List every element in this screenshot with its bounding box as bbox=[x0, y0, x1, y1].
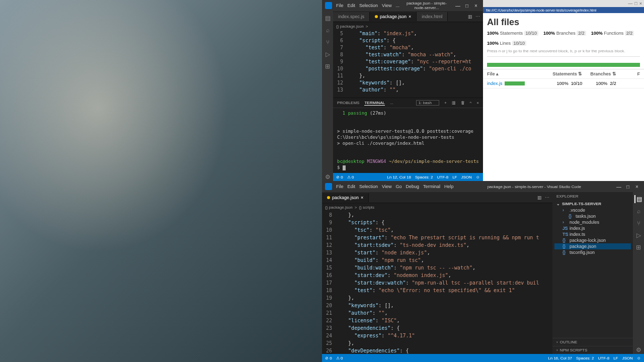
search-icon[interactable]: ⌕ bbox=[634, 207, 642, 215]
extensions-icon[interactable]: ⊞ bbox=[324, 62, 332, 70]
menu-view[interactable]: View bbox=[382, 3, 391, 8]
activity-bar: ▤ ⌕ ⑂ ▷ ⊞ ⚙ bbox=[633, 192, 644, 354]
files-icon[interactable]: ▤ bbox=[324, 14, 332, 22]
terminal[interactable]: 1 passing (27ms) > simple-node-server-te… bbox=[333, 108, 483, 173]
breadcrumb[interactable]: {} package.json>{} scripts bbox=[322, 203, 552, 211]
col-branches[interactable]: Branches ⇅ bbox=[582, 71, 616, 76]
source-control-icon[interactable]: ⑂ bbox=[324, 38, 332, 46]
split-editor-icon[interactable]: ▥ bbox=[537, 195, 542, 200]
coverage-table: File ▴ Statements ⇅ Branches ⇅ F index.j… bbox=[483, 69, 644, 88]
status-feedback-icon[interactable]: ☺ bbox=[637, 356, 641, 360]
close-panel-icon[interactable]: × bbox=[476, 101, 479, 105]
menu-more[interactable]: ... bbox=[395, 3, 399, 8]
status-language[interactable]: JSON bbox=[461, 175, 471, 179]
titlebar[interactable]: File Edit Selection View ... package.jso… bbox=[322, 0, 483, 11]
code-editor[interactable]: 891011121314151617181920212223242526 }, … bbox=[322, 211, 552, 354]
status-warnings[interactable]: ⚠ 0 bbox=[336, 356, 343, 360]
tree-item[interactable]: {}package.json bbox=[554, 243, 631, 249]
breadcrumb[interactable]: {} package.json> bbox=[333, 22, 483, 30]
col-functions[interactable]: F bbox=[616, 71, 640, 76]
status-feedback-icon[interactable]: ☺ bbox=[476, 175, 480, 179]
minimize-icon[interactable]: — bbox=[628, 1, 632, 6]
maximize-button[interactable]: □ bbox=[624, 184, 632, 190]
address-bar[interactable]: file:///C:/Users/bc/dev/ps/simple-node-s… bbox=[483, 7, 644, 13]
status-eol[interactable]: LF bbox=[613, 356, 618, 360]
menu-item[interactable]: Debug bbox=[406, 184, 419, 189]
close-icon[interactable]: × bbox=[639, 1, 642, 6]
titlebar[interactable]: FileEditSelectionViewGoDebugTerminalHelp… bbox=[322, 181, 644, 192]
status-encoding[interactable]: UTF-8 bbox=[598, 356, 609, 360]
maximize-icon[interactable]: □ bbox=[634, 1, 637, 6]
panel-tab-problems[interactable]: PROBLEMS bbox=[337, 101, 359, 105]
tree-item[interactable]: TSindex.ts bbox=[554, 231, 631, 237]
npm-scripts-section[interactable]: ›NPM SCRIPTS bbox=[552, 346, 633, 354]
minimize-button[interactable]: — bbox=[615, 184, 623, 190]
menu-item[interactable]: Edit bbox=[348, 184, 356, 189]
files-icon[interactable]: ▤ bbox=[634, 195, 642, 203]
extensions-icon[interactable]: ⊞ bbox=[634, 243, 642, 251]
tab-index-spec[interactable]: index.spec.js bbox=[333, 12, 370, 21]
coverage-row[interactable]: index.js 100% 10/10 100% 2/2 bbox=[483, 79, 644, 88]
status-eol[interactable]: LF bbox=[452, 175, 457, 179]
maximize-panel-icon[interactable]: ^ bbox=[470, 101, 472, 105]
project-name[interactable]: ⌄SIMPLE-TS-SERVER bbox=[552, 201, 633, 207]
status-spaces[interactable]: Spaces: 2 bbox=[415, 175, 433, 179]
close-button[interactable]: × bbox=[633, 184, 641, 190]
menu-item[interactable]: View bbox=[382, 184, 391, 189]
status-spaces[interactable]: Spaces: 2 bbox=[576, 356, 594, 360]
col-statements[interactable]: Statements ⇅ bbox=[548, 71, 583, 76]
coverage-stat: 100% Lines 10/10 bbox=[487, 41, 526, 46]
status-bar: ⊘ 0 ⚠ 0 Ln 12, Col 18 Spaces: 2 UTF-8 LF… bbox=[333, 173, 483, 181]
menu-item[interactable]: File bbox=[336, 184, 344, 189]
tab-package-json[interactable]: package.json× bbox=[370, 12, 417, 21]
status-cursor[interactable]: Ln 12, Col 18 bbox=[387, 175, 411, 179]
maximize-button[interactable]: □ bbox=[463, 3, 471, 9]
tree-item[interactable]: {}package-lock.json bbox=[554, 237, 631, 243]
close-tab-icon[interactable]: × bbox=[409, 14, 411, 19]
gear-icon[interactable]: ⚙ bbox=[324, 173, 332, 181]
tree-item[interactable]: JSindex.js bbox=[554, 225, 631, 231]
status-errors[interactable]: ⊘ 0 bbox=[336, 175, 343, 179]
col-file[interactable]: File ▴ bbox=[487, 71, 548, 76]
tree-item[interactable]: ›.vscode bbox=[554, 207, 631, 213]
browser-titlebar[interactable]: — □ × bbox=[483, 0, 644, 7]
vscode-window-top: File Edit Selection View ... package.jso… bbox=[322, 0, 483, 181]
menu-file[interactable]: File bbox=[336, 3, 344, 8]
status-encoding[interactable]: UTF-8 bbox=[437, 175, 448, 179]
menu-item[interactable]: Terminal bbox=[423, 184, 440, 189]
close-tab-icon[interactable]: × bbox=[361, 195, 363, 200]
gear-icon[interactable]: ⚙ bbox=[634, 346, 642, 354]
outline-section[interactable]: ›OUTLINE bbox=[552, 338, 633, 346]
status-errors[interactable]: ⊘ 0 bbox=[325, 356, 332, 360]
tab-package-json[interactable]: package.json× bbox=[322, 193, 369, 202]
split-editor-icon[interactable]: ▥ bbox=[468, 14, 472, 19]
menu-item[interactable]: Go bbox=[395, 184, 401, 189]
code-editor[interactable]: 5678910111213 "main": "index.js", "scrip… bbox=[333, 30, 483, 98]
debug-icon[interactable]: ▷ bbox=[324, 50, 332, 58]
split-terminal-icon[interactable]: ▥ bbox=[452, 101, 456, 105]
menu-item[interactable]: Help bbox=[444, 184, 454, 189]
tree-item[interactable]: {}tsconfig.json bbox=[554, 249, 631, 255]
menu-item[interactable]: Selection bbox=[359, 184, 378, 189]
new-terminal-icon[interactable]: + bbox=[444, 101, 447, 105]
panel-tab-more[interactable]: ... bbox=[390, 101, 393, 105]
panel-tab-terminal[interactable]: TERMINAL bbox=[364, 101, 384, 106]
more-icon[interactable]: ⋯ bbox=[545, 195, 549, 200]
shell-selector[interactable]: 1: bash bbox=[416, 100, 439, 106]
source-control-icon[interactable]: ⑂ bbox=[634, 219, 642, 227]
search-icon[interactable]: ⌕ bbox=[324, 26, 332, 34]
menu-edit[interactable]: Edit bbox=[348, 3, 356, 8]
trash-icon[interactable]: 🗑 bbox=[461, 101, 465, 105]
debug-icon[interactable]: ▷ bbox=[634, 231, 642, 239]
menu-selection[interactable]: Selection bbox=[359, 3, 378, 8]
status-language[interactable]: JSON bbox=[622, 356, 632, 360]
more-icon[interactable]: ⋯ bbox=[475, 14, 480, 19]
tree-item[interactable]: ›node_modules bbox=[554, 219, 631, 225]
status-warnings[interactable]: ⚠ 0 bbox=[347, 175, 354, 179]
tree-item[interactable]: {}tasks.json bbox=[554, 213, 631, 219]
json-icon bbox=[375, 15, 378, 18]
status-cursor[interactable]: Ln 16, Col 37 bbox=[548, 356, 572, 360]
minimize-button[interactable]: — bbox=[454, 3, 462, 9]
close-button[interactable]: × bbox=[472, 3, 480, 9]
tab-index-html[interactable]: index.html bbox=[417, 12, 448, 21]
